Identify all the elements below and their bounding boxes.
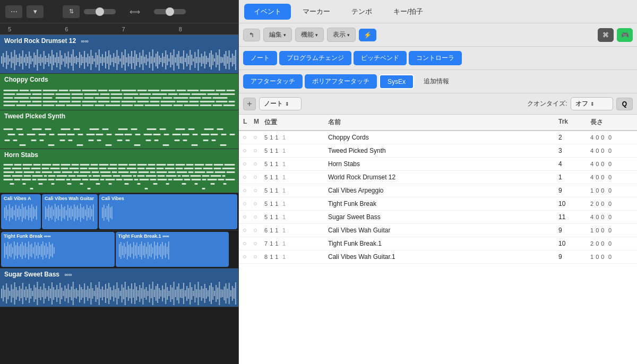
svg-rect-525 [44,246,45,255]
svg-rect-56 [92,56,93,64]
cell-name: Tight Funk Break.1 [328,240,558,247]
svg-rect-677 [185,290,186,297]
cell-trk: 3 [558,147,590,154]
table-row[interactable]: 5 1 1 1 Choppy Cords 2 4 0 0 0 [239,131,637,144]
transport-menu-btn[interactable]: ⋯ [5,5,22,18]
controller-btn-2[interactable]: 🎮 [617,28,633,42]
table-row[interactable]: 5 1 1 1 Horn Stabs 4 4 0 0 0 [239,158,637,171]
table-row[interactable]: 5 1 1 1 World Rock Drumset 12 1 4 0 0 0 [239,171,637,184]
track-sugar-sweet-header: Sugar Sweet Bass ∞∞ [0,268,238,280]
clip-cali-vibes-a[interactable]: Cali Vibes A [1,194,41,229]
svg-rect-279 [89,140,94,141]
svg-rect-141 [230,58,231,62]
tab-key[interactable]: キー/拍子 [384,4,433,20]
table-row[interactable]: 5 1 1 1 Sugar Sweet Bass 11 4 0 0 0 [239,211,637,224]
svg-rect-145 [4,90,19,91]
svg-rect-365 [195,171,205,173]
transpose-btn[interactable]: ⇅ [63,5,80,18]
svg-rect-87 [142,50,143,70]
svg-rect-684 [196,289,197,298]
filter-additional[interactable]: 追加情報 [416,74,457,89]
clip-tight-funk-1[interactable]: Tight Funk Break ∞∞ [1,232,115,267]
track-cali-vibes-content[interactable]: Cali Vibes A Cali Vibes Wah Guitar Cali … [0,193,238,230]
svg-rect-302 [53,164,60,166]
filter-sysex[interactable]: SysEx [379,74,414,89]
svg-rect-327 [61,168,68,169]
svg-rect-24 [40,54,41,66]
svg-rect-517 [31,244,32,257]
svg-rect-212 [200,101,215,102]
clip-cali-vibes-wah[interactable]: Cali Vibes Wah Guitar [42,194,98,229]
svg-rect-450 [19,206,20,220]
svg-rect-333 [118,168,126,169]
add-event-button[interactable]: + [243,98,256,110]
transport-dropdown[interactable]: ▾ [27,5,44,18]
back-button[interactable]: ↰ [243,29,260,41]
svg-rect-157 [161,90,176,91]
track-tight-funk-content[interactable]: Tight Funk Break ∞∞ Tight Funk Break.1 ∞… [0,231,238,268]
svg-rect-183 [43,97,53,99]
svg-rect-421 [10,183,14,185]
display-button[interactable]: 表示 ▾ [327,28,356,42]
waveform-sugar [0,280,238,307]
svg-rect-115 [188,56,189,64]
controller-btn-1[interactable]: ⌘ [598,28,614,42]
table-row[interactable]: 5 1 1 1 Tweed Picked Synth 3 4 0 0 0 [239,144,637,158]
svg-rect-356 [112,171,117,173]
event-type-select[interactable]: ノート ⇕ [259,97,302,110]
svg-rect-277 [60,140,65,141]
track-world-rock-content[interactable]: // Generate waveform pattern inline [0,47,238,73]
filter-poly-aftertouch[interactable]: ポリアフタータッチ [305,74,377,89]
svg-rect-195 [202,97,212,99]
svg-rect-499 [111,206,113,219]
svg-rect-214 [229,101,235,102]
svg-rect-7 [12,57,13,63]
svg-rect-706 [232,286,233,301]
edit-button[interactable]: 編集 ▾ [263,28,292,42]
tempo-slider[interactable] [84,9,116,14]
svg-rect-328 [70,168,79,169]
svg-rect-664 [163,289,165,298]
edit-chevron: ▾ [283,32,286,38]
col-l: L [243,118,254,127]
filter-pitch-bend[interactable]: ピッチベンド [354,51,407,65]
track-horn-stabs-content[interactable] [0,161,238,193]
tab-marker[interactable]: マーカー [293,4,340,20]
table-row[interactable]: 5 1 1 1 Cali Vibes Arpeggio 9 1 0 0 0 [239,184,637,197]
svg-rect-336 [146,168,156,169]
svg-rect-472 [61,204,62,221]
filter-controller[interactable]: コントローラ [409,51,462,65]
track-tweed-picked-content[interactable] [0,122,238,149]
svg-rect-112 [183,50,184,70]
function-button[interactable]: 機能 ▾ [295,28,324,42]
cell-l [243,255,254,258]
svg-rect-418 [208,179,217,180]
svg-rect-274 [13,140,18,141]
svg-rect-641 [126,290,127,297]
ruler-mark-8: 8 [179,26,236,32]
svg-rect-103 [168,58,169,62]
track-choppy-cords-content[interactable] [0,85,238,110]
filter-aftertouch[interactable]: アフタータッチ [243,74,303,89]
q-button[interactable]: Q [616,98,633,110]
table-row[interactable]: 8 1 1 1 Cali Vibes Wah Guitar.1 9 1 0 0 … [239,250,637,264]
svg-rect-570 [11,284,12,302]
filter-program-change[interactable]: プログラムチェンジ [279,51,351,65]
svg-rect-609 [74,289,75,298]
tab-event[interactable]: イベント [244,4,291,20]
table-row[interactable]: 7 1 1 1 Tight Funk Break.1 10 2 0 0 0 [239,237,637,250]
svg-rect-544 [138,246,139,255]
track-sugar-sweet-content[interactable] [0,280,238,307]
filter-note[interactable]: ノート [243,51,277,65]
midi-transform-button[interactable]: ⚡ [359,29,376,41]
svg-rect-615 [84,283,85,304]
svg-rect-643 [130,289,131,298]
clip-tight-funk-2[interactable]: Tight Funk Break.1 ∞∞ [116,232,229,267]
table-row[interactable]: 6 1 1 1 Cali Vibes Wah Guitar 9 1 0 0 0 [239,224,637,237]
clip-cali-vibes-right[interactable]: Cali Vibes [99,194,237,229]
transport-bar: ⋯ ▾ ⇅ ⟺ [0,0,238,23]
table-row[interactable]: 5 1 1 1 Tight Funk Break 10 2 0 0 0 [239,197,637,211]
pitch-slider[interactable] [154,9,186,14]
tab-tempo[interactable]: テンポ [342,4,382,20]
quantize-value-select[interactable]: オフ ⇕ [571,97,613,110]
